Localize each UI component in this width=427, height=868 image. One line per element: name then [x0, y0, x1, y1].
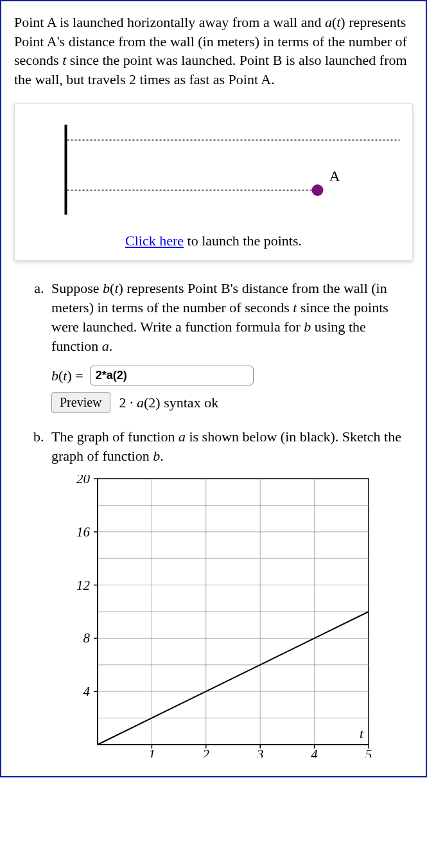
- answer-input[interactable]: [90, 366, 254, 385]
- problem-intro: Point A is launched horizontally away fr…: [14, 13, 413, 89]
- svg-text:8: 8: [83, 630, 91, 646]
- point-a-label: A: [329, 168, 341, 184]
- part-b: The graph of function a is shown below (…: [48, 427, 413, 762]
- svg-text:t: t: [360, 725, 364, 741]
- preview-row: Preview 2 · a(2) syntax ok: [51, 392, 413, 413]
- svg-text:2: 2: [203, 747, 210, 757]
- svg-text:1: 1: [148, 747, 155, 757]
- part-a-text: Suppose b(t) represents Point B's distan…: [51, 279, 413, 355]
- point-a-dot: [312, 184, 324, 196]
- problem-container: Point A is launched horizontally away fr…: [0, 0, 427, 777]
- answer-row: b(t) =: [51, 366, 413, 385]
- bt-equals: b(t) =: [51, 366, 83, 385]
- point-diagram: A: [21, 118, 406, 227]
- question-list: Suppose b(t) represents Point B's distan…: [14, 279, 413, 762]
- graph-container: 4812162012345t: [54, 475, 413, 763]
- svg-text:4: 4: [83, 684, 91, 699]
- launch-link[interactable]: Click here: [125, 233, 184, 249]
- graph-svg: 4812162012345t: [54, 475, 375, 757]
- launch-caption-rest: to launch the points.: [184, 233, 302, 249]
- svg-text:3: 3: [256, 747, 264, 757]
- svg-text:5: 5: [365, 747, 372, 757]
- svg-text:12: 12: [76, 577, 91, 592]
- part-b-text: The graph of function a is shown below (…: [51, 427, 413, 465]
- animation-card: A Click here to launch the points.: [14, 103, 413, 261]
- launch-caption: Click here to launch the points.: [21, 231, 406, 251]
- svg-text:4: 4: [311, 747, 318, 757]
- part-a: Suppose b(t) represents Point B's distan…: [48, 279, 413, 413]
- svg-text:20: 20: [76, 475, 91, 486]
- svg-text:16: 16: [76, 524, 91, 539]
- preview-output: 2 · a(2) syntax ok: [119, 393, 219, 412]
- preview-button[interactable]: Preview: [51, 392, 110, 413]
